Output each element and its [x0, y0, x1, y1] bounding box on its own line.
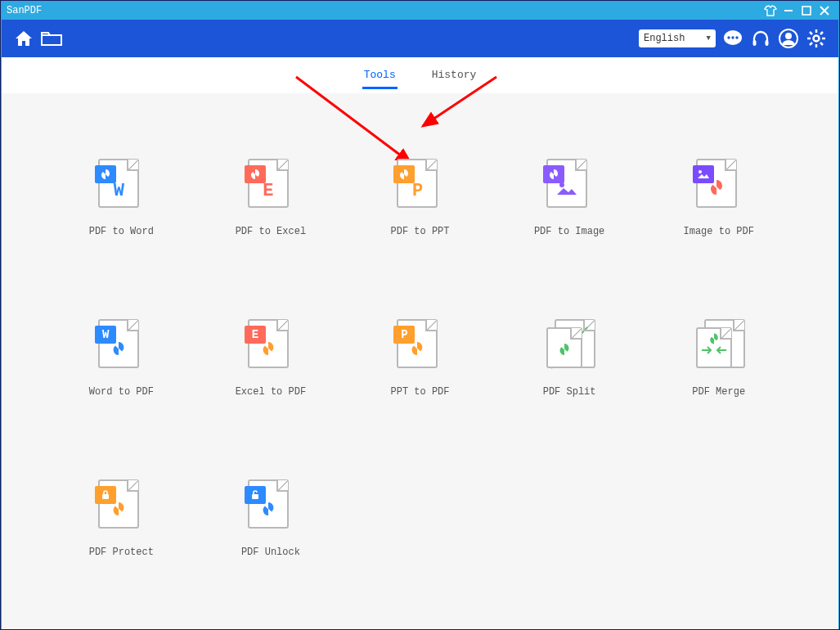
- svg-point-6: [731, 36, 734, 38]
- tile-pdf-to-ppt[interactable]: P PDF to PPT: [390, 159, 449, 237]
- tile-pdf-to-image[interactable]: PDF to Image: [534, 159, 604, 237]
- app-window: SanPDF English ▼: [1, 1, 839, 629]
- pdf-icon: [548, 169, 559, 180]
- svg-point-5: [727, 36, 730, 38]
- pdf-icon: [698, 332, 730, 349]
- tile-pdf-unlock[interactable]: PDF Unlock: [241, 479, 300, 558]
- app-title: SanPDF: [7, 5, 42, 16]
- tile-ppt-to-pdf[interactable]: P PPT to PDF: [390, 319, 449, 398]
- svg-rect-8: [753, 40, 757, 46]
- tile-label: PDF Split: [543, 386, 596, 398]
- svg-rect-1: [802, 7, 811, 15]
- svg-point-12: [814, 36, 820, 42]
- pdf-icon: [100, 501, 137, 520]
- tile-label: PDF to PPT: [390, 226, 449, 237]
- tile-label: Word to PDF: [89, 386, 154, 398]
- user-button[interactable]: [775, 25, 802, 52]
- pdf-icon: [548, 342, 581, 360]
- pdf-icon: [398, 169, 410, 180]
- pdf-icon: [698, 178, 735, 200]
- svg-line-20: [820, 32, 823, 34]
- tile-pdf-to-excel[interactable]: E PDF to Excel: [236, 159, 306, 237]
- tile-label: PDF to Image: [534, 226, 604, 237]
- headphones-button[interactable]: [747, 25, 775, 52]
- pdf-icon: [100, 340, 137, 360]
- tile-pdf-protect[interactable]: PDF Protect: [89, 479, 154, 558]
- tile-label: PPT to PDF: [390, 386, 449, 398]
- svg-line-17: [810, 32, 812, 34]
- minimize-button[interactable]: [779, 2, 797, 20]
- tile-label: PDF to Excel: [236, 226, 306, 237]
- pdf-icon: [249, 501, 287, 520]
- svg-rect-9: [766, 40, 769, 46]
- tabs: Tools History: [2, 57, 838, 93]
- toolbar: English ▼: [2, 20, 838, 57]
- pdf-icon: [249, 340, 287, 360]
- svg-rect-27: [252, 494, 258, 499]
- content-area: W PDF to Word E PDF to Excel P PDF to PP…: [2, 93, 838, 629]
- language-value: English: [644, 33, 685, 44]
- svg-line-19: [810, 43, 812, 45]
- svg-point-23: [559, 182, 564, 187]
- home-button[interactable]: [10, 25, 38, 52]
- svg-point-24: [699, 170, 702, 173]
- tile-image-to-pdf[interactable]: Image to PDF: [683, 159, 753, 237]
- tile-label: PDF Merge: [692, 386, 745, 398]
- language-dropdown[interactable]: English ▼: [639, 29, 716, 47]
- tile-label: Excel to PDF: [236, 386, 306, 398]
- maximize-button[interactable]: [797, 2, 815, 20]
- tile-label: PDF to Word: [89, 226, 154, 237]
- tile-pdf-merge[interactable]: PDF Merge: [692, 319, 745, 398]
- svg-rect-26: [102, 494, 109, 499]
- settings-button[interactable]: [802, 25, 830, 52]
- tools-grid: W PDF to Word E PDF to Excel P PDF to PP…: [59, 159, 781, 558]
- tile-word-to-pdf[interactable]: W Word to PDF: [89, 319, 154, 398]
- svg-point-11: [785, 33, 792, 39]
- folder-button[interactable]: [38, 25, 65, 52]
- svg-point-7: [735, 36, 738, 38]
- svg-line-18: [820, 43, 823, 45]
- pdf-icon: [100, 169, 111, 180]
- tab-history[interactable]: History: [430, 65, 478, 89]
- tile-pdf-to-word[interactable]: W PDF to Word: [89, 159, 154, 237]
- pdf-icon: [249, 169, 261, 180]
- pdf-icon: [398, 340, 436, 360]
- titlebar: SanPDF: [2, 2, 838, 20]
- image-icon: [548, 180, 586, 200]
- tile-label: Image to PDF: [683, 226, 753, 237]
- tile-label: PDF Unlock: [241, 547, 300, 558]
- tab-tools[interactable]: Tools: [362, 65, 398, 89]
- close-button[interactable]: [815, 2, 833, 20]
- tile-excel-to-pdf[interactable]: E Excel to PDF: [236, 319, 306, 398]
- tile-pdf-split[interactable]: PDF Split: [543, 319, 596, 398]
- shirt-icon[interactable]: [761, 2, 779, 20]
- tile-label: PDF Protect: [89, 547, 154, 558]
- chat-button[interactable]: [719, 25, 747, 52]
- chevron-down-icon: ▼: [707, 34, 711, 43]
